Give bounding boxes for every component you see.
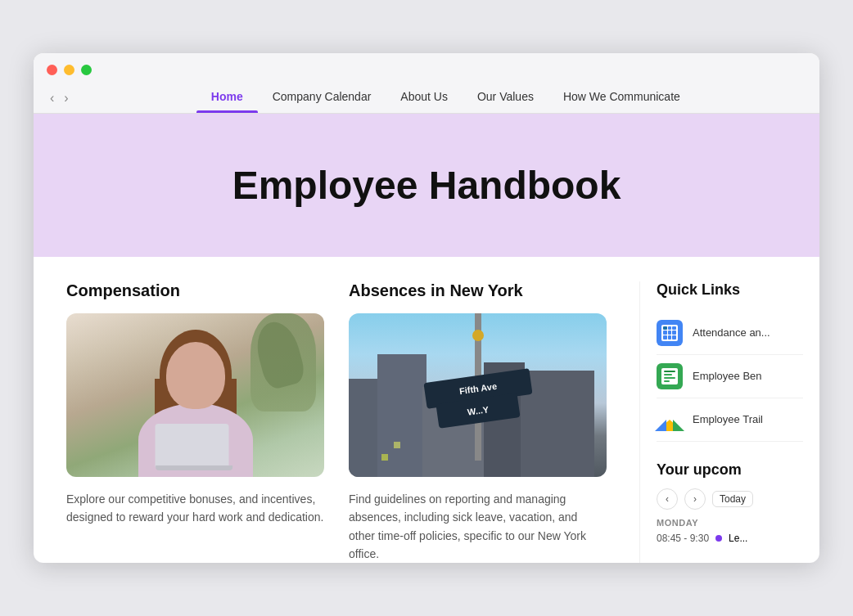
event-label: Le... xyxy=(729,533,747,544)
tab-home[interactable]: Home xyxy=(196,83,258,113)
sheets-icon xyxy=(657,320,683,346)
compensation-text: Explore our competitive bonuses, and inc… xyxy=(66,490,324,527)
quick-link-employee-trail[interactable]: Employee Trail xyxy=(657,398,803,442)
compensation-card: Compensation xyxy=(66,281,324,564)
hero-title: Employee Handbook xyxy=(66,163,787,208)
quick-links-title: Quick Links xyxy=(657,281,803,299)
cal-prev-button[interactable]: ‹ xyxy=(657,488,678,510)
absences-image: Fifth Ave W...Y xyxy=(349,313,607,477)
page-content: Employee Handbook Compensation xyxy=(34,114,819,564)
tab-about-us[interactable]: About Us xyxy=(386,83,463,113)
nav-bar: ‹ › Home Company Calendar About Us Our V… xyxy=(47,83,806,113)
drive-icon xyxy=(657,407,683,433)
cal-day-label: MONDAY xyxy=(657,518,803,528)
compensation-title: Compensation xyxy=(66,281,324,300)
fullscreen-button[interactable] xyxy=(81,65,92,75)
sidebar: Quick Links Attendance an... xyxy=(639,281,819,564)
attendance-label: Attendance an... xyxy=(693,326,770,339)
absences-text: Find guidelines on reporting and managin… xyxy=(349,490,607,564)
forms-icon xyxy=(657,363,683,389)
calendar-nav: ‹ › Today xyxy=(657,488,803,510)
nav-tabs: Home Company Calendar About Us Our Value… xyxy=(85,83,806,113)
cal-event: 08:45 - 9:30 Le... xyxy=(657,533,803,544)
tab-how-we-communicate[interactable]: How We Communicate xyxy=(548,83,695,113)
close-button[interactable] xyxy=(47,65,57,75)
compensation-image xyxy=(66,313,324,477)
nav-arrows: ‹ › xyxy=(47,89,72,107)
main-grid: Compensation xyxy=(34,257,819,564)
quick-link-attendance[interactable]: Attendance an... xyxy=(657,312,803,355)
event-dot xyxy=(715,535,722,542)
hero-banner: Employee Handbook xyxy=(34,114,819,257)
cal-today-button[interactable]: Today xyxy=(712,491,753,507)
back-button[interactable]: ‹ xyxy=(47,89,57,107)
upcoming-title: Your upcom xyxy=(657,461,803,479)
browser-chrome: ‹ › Home Company Calendar About Us Our V… xyxy=(34,53,819,114)
minimize-button[interactable] xyxy=(64,65,74,75)
upcoming-section: Your upcom ‹ › Today MONDAY 08:45 - 9:30… xyxy=(657,461,803,544)
browser-window: ‹ › Home Company Calendar About Us Our V… xyxy=(34,53,819,564)
employee-trail-label: Employee Trail xyxy=(693,413,763,425)
tab-company-calendar[interactable]: Company Calendar xyxy=(258,83,386,113)
forward-button[interactable]: › xyxy=(61,89,71,107)
traffic-lights xyxy=(47,65,806,75)
tab-our-values[interactable]: Our Values xyxy=(463,83,548,113)
absences-title: Absences in New York xyxy=(349,281,607,300)
cal-next-button[interactable]: › xyxy=(684,488,706,510)
quick-link-employee-ben[interactable]: Employee Ben xyxy=(657,355,803,398)
event-time: 08:45 - 9:30 xyxy=(657,533,709,544)
absences-card: Absences in New York xyxy=(349,281,607,564)
employee-ben-label: Employee Ben xyxy=(693,370,762,382)
content-area: Compensation xyxy=(34,281,639,564)
